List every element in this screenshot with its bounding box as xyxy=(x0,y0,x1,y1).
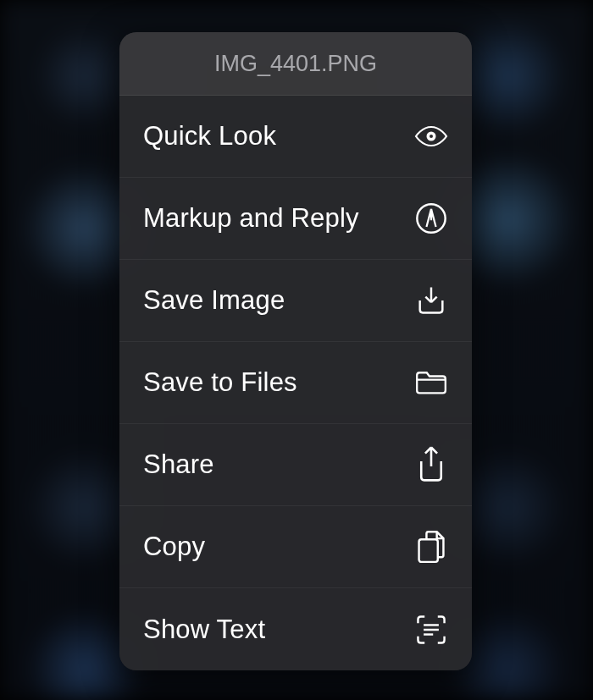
menu-item-save-to-files[interactable]: Save to Files xyxy=(119,342,472,424)
copy-icon xyxy=(414,530,448,564)
menu-item-show-text[interactable]: Show Text xyxy=(119,588,472,670)
menu-item-label: Save to Files xyxy=(143,367,297,398)
share-icon xyxy=(414,448,448,482)
menu-item-quick-look[interactable]: Quick Look xyxy=(119,96,472,178)
text-scan-icon xyxy=(414,613,448,647)
menu-item-label: Show Text xyxy=(143,615,265,645)
menu-title: IMG_4401.PNG xyxy=(119,32,472,96)
menu-title-text: IMG_4401.PNG xyxy=(214,51,377,77)
context-menu: IMG_4401.PNG Quick Look Markup and Reply… xyxy=(119,32,472,670)
menu-item-share[interactable]: Share xyxy=(119,424,472,506)
menu-item-label: Quick Look xyxy=(143,121,276,152)
menu-item-label: Save Image xyxy=(143,285,285,316)
menu-item-label: Share xyxy=(143,449,214,480)
markup-icon xyxy=(414,201,448,235)
menu-item-label: Markup and Reply xyxy=(143,203,359,234)
menu-item-save-image[interactable]: Save Image xyxy=(119,260,472,342)
svg-point-1 xyxy=(430,135,433,138)
svg-rect-4 xyxy=(419,539,438,562)
eye-icon xyxy=(414,119,448,153)
menu-item-markup-reply[interactable]: Markup and Reply xyxy=(119,178,472,260)
menu-item-label: Copy xyxy=(143,532,205,562)
download-icon xyxy=(414,284,448,317)
folder-icon xyxy=(414,366,448,400)
menu-item-copy[interactable]: Copy xyxy=(119,506,472,588)
